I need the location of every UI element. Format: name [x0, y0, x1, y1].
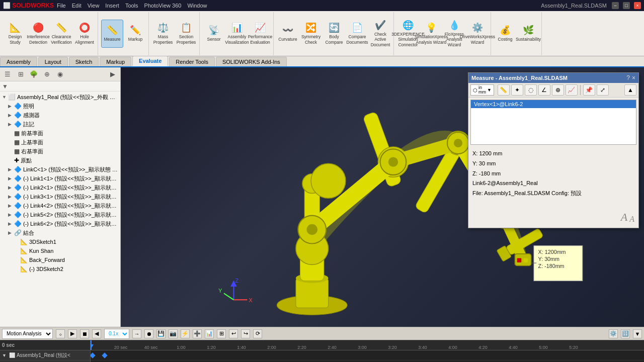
motion-settings-btn[interactable]: ⚙️ [609, 329, 618, 338]
list-item[interactable]: 📐 Back_Forward [0, 255, 120, 264]
compare-docs-button[interactable]: 📄 CompareDocuments [346, 20, 368, 48]
dialog-collapse-btn[interactable]: ▲ [624, 84, 636, 96]
tab-evaluate[interactable]: Evaluate [132, 56, 168, 66]
measure-tool-target-btn[interactable]: ⊕ [552, 84, 564, 96]
list-item[interactable]: ▶ 🔷 (-) Link4<2> (預設<<預設>>_顯示狀態 1>) [0, 201, 120, 210]
measure-tool-angle-btn[interactable]: ∠ [538, 84, 550, 96]
measure-list-item[interactable]: Vertex<1>@Link6-2 [471, 100, 636, 108]
costing-button[interactable]: 💰 Costing [494, 20, 516, 48]
chevron-right-icon[interactable]: ▶ [8, 176, 14, 181]
sustainability-button[interactable]: 🌿 Sustainability [517, 20, 539, 48]
list-item[interactable]: ▶ 🔗 結合 [0, 228, 120, 237]
panel-btn-list[interactable]: ☰ [2, 69, 13, 80]
motion-calc-btn[interactable]: 🔢 [621, 329, 630, 338]
chevron-right-icon[interactable]: ▶ [8, 104, 14, 109]
interference-detection-button[interactable]: 🔴 InterferenceDetection [27, 20, 49, 48]
keyframe-button[interactable]: ⬦ [56, 329, 65, 338]
tab-assembly[interactable]: Assembly [0, 57, 37, 66]
keyframe-diamond[interactable] [102, 352, 107, 358]
list-item[interactable]: 📐 3DSketch1 [0, 237, 120, 246]
chevron-right-icon[interactable]: ▶ [8, 185, 14, 190]
sensor-button[interactable]: 📡 Sensor [203, 20, 225, 48]
motion-tool6[interactable]: ↪ [241, 329, 250, 338]
dialog-help-button[interactable]: ? [626, 74, 630, 81]
menu-window[interactable]: Window [187, 3, 207, 9]
forward-arrow-button[interactable]: → [132, 329, 141, 338]
panel-btn-tree[interactable]: 🌳 [28, 69, 39, 80]
tab-sketch[interactable]: Sketch [69, 57, 99, 66]
tree-root[interactable]: ▼ ⬜ Assembly1_Real (預設<<預設>_外觀 顯示狀態>) [0, 93, 120, 102]
body-compare-button[interactable]: 🔄 BodyCompare [323, 20, 345, 48]
keyframe-diamond[interactable] [91, 352, 96, 358]
measure-expand-btn[interactable]: ⤢ [597, 84, 609, 96]
chevron-right-icon[interactable]: ▶ [8, 230, 14, 235]
list-item[interactable]: ▶ 🔷 (-) Link3<1> (預設<<預設>>_顯示狀態 1>) [0, 192, 120, 201]
list-item[interactable]: ▶ 🔷 (-) Link1<1> (預設<<預設>>_顯示狀態 1>) [0, 174, 120, 183]
back-button[interactable]: ◀ [92, 329, 101, 338]
tab-solidworks-addins[interactable]: SOLIDWORKS Add-Ins [216, 57, 287, 66]
motion-tool1[interactable]: ⚡ [181, 329, 190, 338]
timeline-track-assembly[interactable]: ▼ ⬜ Assembly1_Real (預設< [0, 350, 90, 360]
measure-tool-point-btn[interactable]: ✦ [511, 84, 523, 96]
dialog-close-button[interactable]: × [632, 74, 635, 81]
chevron-right-icon[interactable]: ▶ [8, 203, 14, 208]
check-active-button[interactable]: ✔️ CheckActiveDocument [369, 20, 391, 48]
chevron-right-icon[interactable]: ▶ [8, 122, 14, 127]
record-button[interactable]: ⏺ [144, 329, 153, 338]
maximize-button[interactable]: □ [623, 2, 630, 9]
list-item[interactable]: 📐 Kun Shan [0, 246, 120, 255]
measure-tool-chart-btn[interactable]: 📈 [566, 84, 578, 96]
save-frame-button[interactable]: 💾 [156, 329, 166, 338]
tab-layout[interactable]: Layout [38, 57, 68, 66]
menu-photoview[interactable]: PhotoView 360 [144, 3, 182, 9]
list-item[interactable]: ▶ 🔷 LinkC<1> (預設<<預設>>_顯示狀態 1>) [0, 165, 120, 174]
list-item[interactable]: ▶ 🔷 (-) Link6<2> (預設<<預設>>_顯示狀態 1>) [0, 219, 120, 228]
3d-viewport[interactable]: X: 1200mm Y: 30mm Z: -180mm Z X Y [121, 67, 644, 327]
symmetry-check-button[interactable]: 🔀 SymmetryCheck [300, 20, 322, 48]
list-item[interactable]: ✚ 原點 [0, 156, 120, 165]
list-item[interactable]: ▶ 🔷 感測器 [0, 111, 120, 120]
motion-tool2[interactable]: ➕ [193, 329, 202, 338]
list-item[interactable]: 📐 (-) 3DSketch2 [0, 264, 120, 274]
measure-button[interactable]: 📏 Measure [101, 20, 123, 48]
clearance-verification-button[interactable]: 📏 ClearanceVerification [50, 20, 72, 48]
filter-icon[interactable]: ▼ [2, 83, 8, 90]
performance-eval-button[interactable]: 📈 PerformanceEvaluation [249, 20, 271, 48]
minimize-button[interactable]: – [612, 2, 619, 9]
panel-btn-display[interactable]: ◉ [54, 69, 65, 80]
measure-tool-arc-btn[interactable]: ◌ [525, 84, 537, 96]
section-properties-button[interactable]: 📋 SectionProperties [175, 20, 197, 48]
list-item[interactable]: ▶ 🔷 (-) Link2<1> (預設<<預設>>_顯示狀態 1>) [0, 183, 120, 192]
menu-tools[interactable]: Tools [125, 3, 138, 9]
motion-tool4[interactable]: ⊞ [217, 329, 226, 338]
list-item[interactable]: ▶ 🔷 照明 [0, 102, 120, 111]
chevron-right-icon[interactable]: ▶ [8, 212, 14, 217]
curvature-button[interactable]: 〰️ Curvature [277, 20, 299, 48]
camera-button[interactable]: 📷 [169, 329, 178, 338]
assembly-viz-button[interactable]: 📊 AssemblyVisualization [226, 20, 248, 48]
chevron-right-icon[interactable]: ▶ [8, 167, 14, 172]
list-item[interactable]: ▦ 前基準面 [0, 129, 120, 138]
tree-toggle-root[interactable]: ▼ [2, 95, 8, 100]
speed-select[interactable]: 0.1x 0.5x 1x [104, 329, 129, 339]
chevron-right-icon[interactable]: ▶ [8, 113, 14, 118]
chevron-right-icon[interactable]: ▶ [8, 194, 14, 199]
list-item[interactable]: ▦ 上基準面 [0, 138, 120, 147]
chevron-right-icon[interactable]: ▶ [8, 221, 14, 226]
measure-tool-ruler-btn[interactable]: 📏 [498, 84, 510, 96]
panel-collapse-btn[interactable]: ▶ [107, 69, 118, 80]
panel-btn-target[interactable]: ⊕ [41, 69, 52, 80]
list-item[interactable]: ▦ 右基準面 [0, 147, 120, 156]
panel-btn-table[interactable]: ⊞ [15, 69, 26, 80]
unit-dropdown-icon[interactable]: ▼ [487, 87, 492, 93]
design-study-button[interactable]: 📐 DesignStudy [4, 20, 26, 48]
tab-markup[interactable]: Markup [100, 57, 131, 66]
motion-tool7[interactable]: ⟳ [253, 329, 262, 338]
motion-type-select[interactable]: Motion Analysis [2, 329, 53, 339]
tab-render-tools[interactable]: Render Tools [169, 57, 215, 66]
driveworks-button[interactable]: ⚙️ DriveWorksXpressWizard [466, 20, 489, 48]
markup-button[interactable]: ✏️ Markup [124, 20, 146, 48]
menu-edit[interactable]: Edit [72, 3, 82, 9]
list-item[interactable]: ▶ 🔷 (-) Link5<2> (預設<<預設>>_顯示狀態 1>) [0, 210, 120, 219]
motion-tool3[interactable]: 📊 [205, 329, 214, 338]
